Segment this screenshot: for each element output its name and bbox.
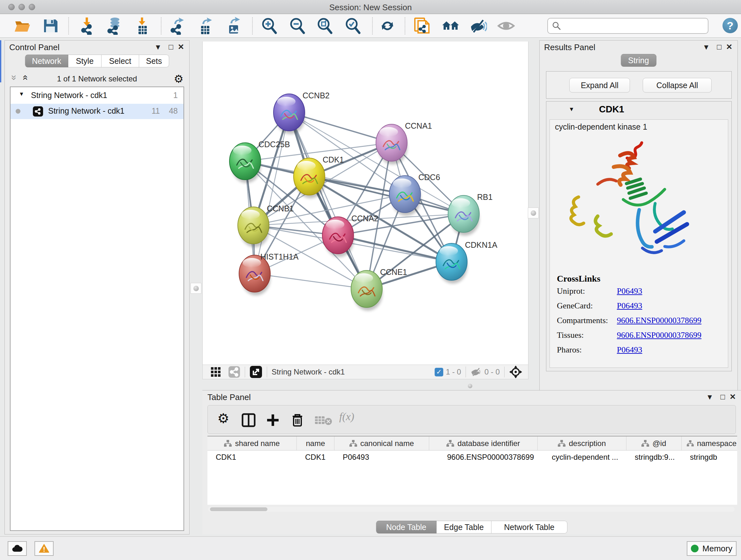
grid-view-icon[interactable]: [210, 367, 221, 377]
tab-string[interactable]: String: [621, 54, 657, 67]
first-neighbors-icon[interactable]: [442, 17, 460, 35]
network-edge-CDK1-RB1[interactable]: [309, 177, 464, 214]
column-header[interactable]: canonical name: [334, 436, 429, 450]
network-collection-row[interactable]: ▼ String Network - cdk1 1: [10, 88, 184, 104]
save-session-icon[interactable]: [42, 17, 59, 35]
zoom-out-icon[interactable]: [288, 17, 306, 35]
tab-node-table[interactable]: Node Table: [376, 521, 436, 534]
panel-menu-icon[interactable]: ▾: [156, 43, 160, 51]
left-splitter-grip[interactable]: [191, 283, 201, 294]
collection-expand-icon[interactable]: ▼: [19, 91, 24, 98]
horizontal-splitter-grip[interactable]: [468, 384, 472, 388]
node-label-CDKN1A: CDKN1A: [465, 240, 497, 249]
network-row-selected[interactable]: String Network - cdk1 11 48: [10, 104, 184, 119]
toolbar-separator: [161, 17, 161, 35]
search-input[interactable]: [561, 21, 708, 30]
show-columns-icon[interactable]: [242, 413, 256, 427]
tab-style[interactable]: Style: [68, 55, 102, 67]
crosslink-label: Compartments:: [557, 316, 617, 325]
show-all-icon[interactable]: [497, 17, 515, 35]
crosslink-link[interactable]: P06493: [617, 345, 642, 355]
delete-column-icon[interactable]: [290, 413, 305, 428]
cloud-status-button[interactable]: [8, 541, 27, 556]
memory-status-dot: [691, 545, 698, 552]
table-settings-gear-icon[interactable]: ⚙: [217, 411, 229, 426]
network-edge-HIST1H1A-CCNE1[interactable]: [255, 273, 367, 289]
close-panel-icon[interactable]: ✕: [178, 43, 184, 51]
network-node-CCNA1[interactable]: CCNA1: [376, 121, 432, 165]
network-list: ▼ String Network - cdk1 1 String Network…: [10, 86, 184, 531]
zoom-fit-icon[interactable]: [315, 17, 333, 35]
function-builder-icon[interactable]: f(x): [339, 411, 354, 423]
export-image-icon[interactable]: [225, 17, 243, 35]
network-selection-bar: » « 1 of 1 Network selected ⚙: [5, 72, 189, 86]
crosslink-link[interactable]: 9606.ENSP00000378699: [617, 316, 701, 325]
network-node-HIST1H1A[interactable]: HIST1H1A: [239, 252, 299, 295]
network-canvas[interactable]: CCNB2CCNA1CDC25BCDK1CDC6RB1CCNB1CCNA2CDK…: [202, 42, 529, 365]
add-column-icon[interactable]: [266, 413, 280, 427]
column-header[interactable]: name: [297, 436, 334, 450]
memory-button[interactable]: Memory: [687, 541, 737, 556]
hide-selected-icon[interactable]: [469, 17, 487, 35]
export-table-icon[interactable]: [197, 17, 214, 35]
zoom-selected-icon[interactable]: [343, 17, 361, 35]
toolbar-separator: [405, 17, 405, 35]
crosslink-link[interactable]: P06493: [617, 301, 642, 311]
export-network-icon[interactable]: [169, 17, 186, 35]
column-header[interactable]: database identifier: [429, 436, 538, 450]
zoom-in-icon[interactable]: [260, 17, 278, 35]
table-row[interactable]: CDK1 CDK1 P06493 9606.ENSP00000378699 cy…: [207, 450, 737, 464]
tab-edge-table[interactable]: Edge Table: [436, 521, 491, 534]
window-title: Session: New Session: [0, 3, 741, 12]
network-share-view-icon[interactable]: [228, 366, 240, 378]
import-network-from-database-icon[interactable]: [105, 17, 123, 35]
gene-collapse-icon[interactable]: ▼: [569, 106, 575, 113]
import-network-icon[interactable]: [78, 17, 96, 35]
crosslink-link[interactable]: 9606.ENSP00000378699: [617, 330, 701, 340]
crosslink-link[interactable]: P06493: [617, 287, 642, 296]
tab-sets[interactable]: Sets: [139, 55, 169, 67]
close-panel-icon[interactable]: ✕: [726, 43, 732, 51]
warnings-button[interactable]: [35, 541, 54, 556]
apply-style-refresh-icon[interactable]: [379, 17, 396, 35]
hierarchy-icon: [687, 440, 694, 447]
panel-menu-icon[interactable]: ▾: [704, 43, 708, 51]
tab-network-table[interactable]: Network Table: [491, 521, 567, 534]
tab-select[interactable]: Select: [102, 55, 139, 67]
gene-section-header[interactable]: ▼ CDK1: [546, 102, 731, 119]
detach-view-icon[interactable]: [250, 366, 262, 378]
panel-menu-icon[interactable]: ▾: [708, 392, 712, 401]
tab-network[interactable]: Network: [25, 55, 68, 67]
network-node-RB1[interactable]: RB1: [448, 192, 493, 236]
network-node-CDKN1A[interactable]: CDKN1A: [436, 240, 497, 284]
float-panel-icon[interactable]: □: [169, 43, 174, 51]
network-options-gear-icon[interactable]: ⚙: [174, 72, 184, 85]
clone-network-icon[interactable]: [414, 17, 431, 35]
scrollbar-thumb[interactable]: [210, 507, 267, 511]
right-splitter-grip[interactable]: [528, 207, 539, 219]
collapse-all-button[interactable]: Collapse All: [643, 78, 712, 92]
strip-separator: [245, 367, 245, 377]
close-panel-icon[interactable]: ✕: [730, 392, 736, 401]
birdseye-navigator-icon[interactable]: [509, 365, 522, 379]
column-header[interactable]: @id: [626, 436, 682, 450]
open-session-icon[interactable]: [13, 17, 31, 35]
strip-separator: [267, 367, 267, 377]
network-node-CCNB2[interactable]: CCNB2: [273, 91, 330, 134]
expand-all-button[interactable]: Expand All: [569, 78, 630, 92]
float-panel-icon[interactable]: □: [721, 392, 725, 401]
network-edge-CCNA2-CDKN1A[interactable]: [338, 235, 452, 262]
float-panel-icon[interactable]: □: [717, 43, 722, 51]
network-edge-CCNB2-CCNE1[interactable]: [289, 112, 367, 289]
column-header[interactable]: description: [538, 436, 626, 450]
column-header[interactable]: namespace: [682, 436, 737, 450]
column-header[interactable]: shared name: [207, 436, 297, 450]
delete-table-icon[interactable]: [315, 416, 332, 425]
help-button[interactable]: ?: [723, 18, 738, 33]
network-node-CCNB1[interactable]: CCNB1: [238, 204, 294, 247]
import-table-icon[interactable]: [133, 17, 151, 35]
network-node-CDC6[interactable]: CDC6: [389, 173, 440, 216]
table-header-row: shared name name canonical name database…: [207, 436, 737, 450]
selected-nodes-checkbox[interactable]: ✓: [434, 368, 443, 376]
network-node-CCNE1[interactable]: CCNE1: [351, 267, 407, 311]
